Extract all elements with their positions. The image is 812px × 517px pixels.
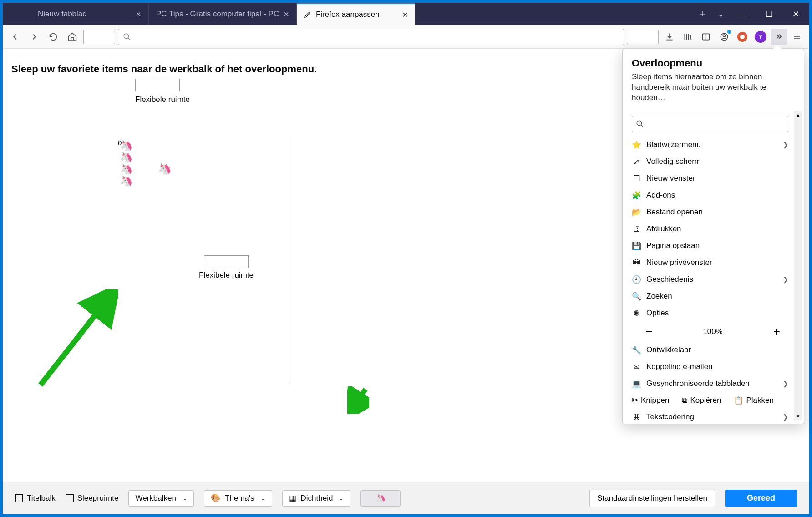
panel-item-afdrukken[interactable]: 🖨Afdrukken <box>632 221 801 238</box>
copy-button[interactable]: ⧉Kopiëren <box>682 396 721 405</box>
panel-item-koppeling-e-mailen[interactable]: ✉Koppeling e-mailen <box>632 359 801 375</box>
unicorn-icon: 🦄 <box>158 162 172 175</box>
clock-icon: 🕘 <box>632 275 641 284</box>
panel-item-bestand-openen[interactable]: 📂Bestand openen <box>632 204 801 221</box>
overflow-button[interactable] <box>771 29 787 45</box>
zoom-level: 100% <box>703 327 722 336</box>
panel-item-zoeken[interactable]: 🔍Zoeken <box>632 288 801 305</box>
brush-icon <box>304 11 311 18</box>
new-tab-button[interactable]: + <box>693 3 711 25</box>
tab-dropdown-icon[interactable]: ⌄ <box>711 3 730 25</box>
overflow-panel: Overloopmenu Sleep items hiernaartoe om … <box>622 49 804 424</box>
maximize-button[interactable]: ☐ <box>756 3 782 25</box>
downloads-button[interactable] <box>661 29 678 45</box>
search-icon <box>123 33 131 41</box>
customize-footer: Titelbalk Sleepruimte Werkbalken⌄ 🎨Thema… <box>3 482 809 514</box>
puzzle-icon: 🧩 <box>632 191 641 200</box>
paste-button[interactable]: 📋Plakken <box>734 395 773 405</box>
svg-point-8 <box>637 121 642 126</box>
flexible-space-label: Flexibele ruimte <box>135 95 190 104</box>
done-button[interactable]: Gereed <box>725 490 797 507</box>
url-bar[interactable] <box>118 29 624 45</box>
svg-line-5 <box>41 295 111 385</box>
overflow-title: Overloopmenu <box>632 57 801 69</box>
panel-item-volledig-scherm[interactable]: ⤢Volledig scherm <box>632 153 801 170</box>
titlebar-checkbox[interactable]: Titelbalk <box>15 494 56 503</box>
themes-dropdown[interactable]: 🎨Thema's⌄ <box>204 490 272 507</box>
tab-strip: Nieuw tabblad × PC Tips - Gratis compute… <box>3 3 693 25</box>
folder-icon: 📂 <box>632 208 641 217</box>
dragspace-checkbox[interactable]: Sleepruimte <box>66 494 119 503</box>
close-icon[interactable]: × <box>136 9 141 20</box>
back-button[interactable] <box>7 29 23 45</box>
tab-customize[interactable]: Firefox aanpassen × <box>297 3 415 25</box>
encoding-item[interactable]: ⌘Tekstcodering❯ <box>632 409 801 426</box>
home-button[interactable] <box>64 29 81 45</box>
svg-line-7 <box>352 389 365 410</box>
flexible-space[interactable] <box>627 30 659 44</box>
svg-rect-1 <box>703 34 710 40</box>
wrench-icon: 🔧 <box>632 345 641 355</box>
titlebar: Nieuw tabblad × PC Tips - Gratis compute… <box>3 3 809 25</box>
print-icon: 🖨 <box>632 224 641 233</box>
density-icon: ▦ <box>289 493 296 503</box>
sidebar-button[interactable] <box>698 29 714 45</box>
unicorn-decoration: 🦄🦄🦄🦄 <box>120 140 132 187</box>
svg-point-3 <box>723 35 726 37</box>
gear-icon: ✺ <box>632 309 641 318</box>
panel-search[interactable] <box>632 116 788 132</box>
theme-icon: 🎨 <box>211 493 220 503</box>
zoom-in-button[interactable]: + <box>773 324 780 339</box>
flexible-space[interactable] <box>83 30 115 44</box>
forward-button[interactable] <box>26 29 42 45</box>
panel-item-opties[interactable]: ✺Opties <box>632 305 801 322</box>
svg-point-0 <box>124 34 129 39</box>
star-icon: ⭐ <box>632 140 641 150</box>
toolbars-dropdown[interactable]: Werkbalken⌄ <box>128 490 193 507</box>
duckduckgo-extension[interactable] <box>734 29 751 45</box>
panel-item-geschiedenis[interactable]: 🕘Geschiedenis❯ <box>632 271 801 288</box>
customize-canvas: Sleep uw favoriete items naar de werkbal… <box>3 49 809 482</box>
reload-button[interactable] <box>45 29 61 45</box>
window-icon: ❐ <box>632 174 641 183</box>
laptop-icon: 💻 <box>632 379 641 389</box>
save-icon: 💾 <box>632 241 641 251</box>
restore-defaults-button[interactable]: Standaardinstellingen herstellen <box>589 490 715 507</box>
panel-item-add-ons[interactable]: 🧩Add-ons <box>632 187 801 204</box>
close-icon[interactable]: × <box>402 10 408 20</box>
search-icon: 🔍 <box>632 292 641 301</box>
unicorn-button[interactable]: 🦄 <box>360 490 401 507</box>
divider <box>290 137 290 383</box>
search-icon <box>636 120 644 128</box>
cut-button[interactable]: ✂Knippen <box>632 395 669 405</box>
minimize-button[interactable]: — <box>730 3 756 25</box>
page-title: Sleep uw favoriete items naar de werkbal… <box>11 63 317 75</box>
account-button[interactable] <box>716 29 732 45</box>
mask-icon: 🕶 <box>632 258 641 267</box>
nav-toolbar: Y <box>3 25 809 49</box>
scrollbar[interactable]: ▲▼ <box>794 111 802 420</box>
flexible-space-item[interactable]: Flexibele ruimte <box>199 255 254 280</box>
panel-item-pagina-opslaan[interactable]: 💾Pagina opslaan <box>632 238 801 254</box>
tab-new[interactable]: Nieuw tabblad × <box>30 3 149 25</box>
close-window-button[interactable]: ✕ <box>782 3 809 25</box>
panel-item-nieuw-venster[interactable]: ❐Nieuw venster <box>632 170 801 187</box>
tab-pctips[interactable]: PC Tips - Gratis computer tips! - PC × <box>149 3 297 25</box>
hamburger-menu[interactable] <box>789 29 805 45</box>
expand-icon: ⤢ <box>632 157 641 167</box>
close-icon[interactable]: × <box>284 9 289 20</box>
library-button[interactable] <box>680 29 696 45</box>
mail-icon: ✉ <box>632 362 641 372</box>
zoom-out-button[interactable]: − <box>645 324 652 339</box>
flexible-space-item[interactable] <box>135 79 180 91</box>
zoom-controls: − 100% + <box>632 322 801 342</box>
panel-item-ontwikkelaar[interactable]: 🔧Ontwikkelaar <box>632 342 801 359</box>
density-dropdown[interactable]: ▦Dichtheid⌄ <box>282 490 351 507</box>
edit-row: ✂Knippen ⧉Kopiëren 📋Plakken <box>632 392 801 409</box>
panel-item-bladwijzermenu[interactable]: ⭐Bladwijzermenu❯ <box>632 137 801 153</box>
profile-button[interactable]: Y <box>752 29 769 45</box>
overflow-desc: Sleep items hiernaartoe om ze binnen han… <box>632 72 801 103</box>
panel-item-gesynchroniseerde-tabbladen[interactable]: 💻Gesynchroniseerde tabbladen❯ <box>632 375 801 392</box>
panel-item-nieuw-privévenster[interactable]: 🕶Nieuw privévenster <box>632 254 801 271</box>
